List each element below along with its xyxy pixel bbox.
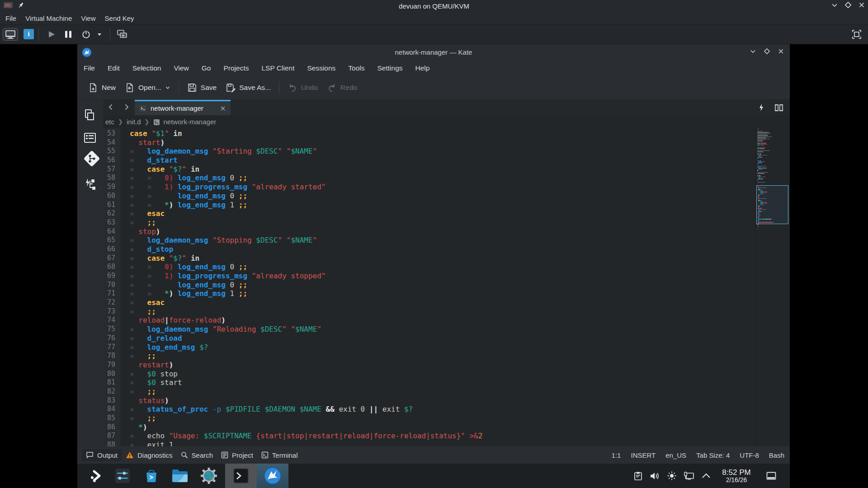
fullscreen-button[interactable] (852, 29, 862, 39)
minimap-scrollbar[interactable] (755, 128, 789, 446)
kate-window: network-manager — Kate FileEditSelection… (77, 44, 790, 464)
kate-menu-edit[interactable]: Edit (101, 64, 126, 72)
statusbar-output-button[interactable]: Output (82, 449, 122, 461)
kate-menu-file[interactable]: File (77, 64, 101, 72)
screenshot-button[interactable] (117, 29, 127, 39)
pause-button[interactable] (64, 30, 72, 39)
kate-menu-go[interactable]: Go (195, 64, 217, 72)
settings-sliders-icon[interactable] (114, 468, 131, 484)
tray-volume-icon[interactable] (650, 471, 660, 481)
vm-toolbar: i (0, 24, 868, 44)
status-dictionary[interactable]: en_US (665, 451, 686, 459)
kate-menu-view[interactable]: View (167, 64, 195, 72)
status-syntax-mode[interactable]: Bash (769, 451, 784, 459)
code-line-63: » ;; (122, 218, 755, 227)
dolphin-icon[interactable] (171, 467, 189, 484)
vm-menu-view[interactable]: View (76, 14, 100, 22)
breadcrumb-init.d[interactable]: init.d (127, 118, 141, 126)
code-line-62: » esac (122, 209, 755, 218)
maximize-button[interactable] (844, 1, 852, 9)
document-save-button[interactable]: Save (183, 79, 221, 96)
kate-menu-help[interactable]: Help (409, 64, 436, 72)
status-tab-size[interactable]: Tab Size: 4 (696, 451, 730, 459)
kate-menu-tools[interactable]: Tools (342, 64, 371, 72)
vm-menu-send-key[interactable]: Send Key (100, 14, 139, 22)
statusbar-project-button[interactable]: Project (217, 449, 257, 461)
statusbar-search-button[interactable]: Search (177, 449, 217, 461)
code-line-86: *) (122, 423, 755, 432)
code-line-84: » status_of_proc -p $PIDFILE $DAEMON $NA… (122, 405, 755, 414)
status-cursor-position[interactable]: 1:1 (612, 451, 621, 459)
sidebar-filesystem-browser-icon[interactable] (84, 131, 96, 144)
taskbar-kate-button[interactable] (257, 464, 288, 488)
status-encoding[interactable]: UTF-8 (740, 451, 759, 459)
close-button[interactable] (858, 1, 865, 9)
tab-network-manager[interactable]: network-manager (135, 100, 231, 115)
back-button[interactable] (107, 103, 115, 111)
code-line-75: » log_daemon_msg "Reloading $DESC" "$NAM… (122, 325, 755, 334)
statusbar-diagnostics-button[interactable]: Diagnostics (122, 449, 177, 461)
tray-network-wired-icon[interactable] (684, 471, 694, 481)
document-save-as-button[interactable]: Save As... (221, 79, 275, 96)
code-line-80: » $0 stop (122, 370, 755, 379)
tab-close-icon[interactable] (220, 105, 226, 112)
edit-undo-button[interactable]: Undo (283, 79, 322, 96)
code-line-85: » ;; (122, 414, 755, 423)
quick-open-icon[interactable] (758, 103, 764, 112)
tray-brightness-icon[interactable] (667, 471, 677, 481)
plasma-taskbar: 8:52 PM2/16/26 (77, 464, 790, 488)
kate-left-sidebar (77, 100, 103, 446)
kde-launcher-icon[interactable] (88, 468, 104, 484)
code-line-73: » ;; (122, 307, 755, 316)
code-line-71: » » *) log_end_msg 1 ;; (122, 289, 755, 298)
kate-close-button[interactable] (778, 48, 784, 55)
tray-expand-tray-caret-icon[interactable] (701, 473, 711, 479)
statusbar-terminal-button[interactable]: Terminal (257, 449, 302, 461)
kate-menu-settings[interactable]: Settings (371, 64, 409, 72)
document-open-button[interactable]: Open... (120, 79, 175, 96)
edit-redo-button[interactable]: Redo (322, 79, 362, 96)
kate-maximize-button[interactable] (764, 48, 770, 55)
minimize-button[interactable] (831, 1, 838, 9)
code-area[interactable]: case "$1" in start)» log_daemon_msg "Sta… (122, 128, 755, 446)
shutdown-menu-arrow[interactable] (96, 31, 103, 38)
clock-time: 8:52 PM (719, 468, 754, 477)
code-line-88: » exit 1 (122, 441, 755, 446)
code-line-70: » » log_end_msg 0 ;; (122, 281, 755, 290)
status-input-mode[interactable]: INSERT (631, 451, 656, 459)
warning-triangle-icon (126, 451, 134, 459)
code-line-58: » » 0) log_end_msg 0 ;; (122, 174, 755, 183)
split-view-icon[interactable] (774, 104, 783, 112)
kate-minimize-button[interactable] (750, 48, 756, 55)
kate-menu-projects[interactable]: Projects (217, 64, 255, 72)
vm-menu-virtual-machine[interactable]: Virtual Machine (21, 14, 76, 22)
discover-icon[interactable] (143, 467, 160, 484)
code-line-59: » » 1) log_progress_msg "already started… (122, 183, 755, 192)
tray-clipboard-icon[interactable] (633, 471, 643, 481)
kate-menu-sessions[interactable]: Sessions (301, 64, 342, 72)
vm-menu-file[interactable]: File (1, 14, 21, 22)
code-line-61: » » *) log_end_msg 1 ;; (122, 201, 755, 210)
kate-menu-selection[interactable]: Selection (126, 64, 168, 72)
code-editor[interactable]: 5354555657585960616263646566676869707172… (103, 128, 790, 446)
show-desktop-button[interactable] (766, 472, 776, 480)
document-save-icon (187, 83, 197, 93)
show-console-button[interactable] (3, 28, 18, 41)
sidebar-git-icon[interactable] (84, 150, 100, 167)
breadcrumb-etc[interactable]: etc (105, 118, 114, 126)
sidebar-documents-icon[interactable] (84, 109, 96, 122)
clock[interactable]: 8:52 PM2/16/26 (719, 468, 754, 483)
taskbar-konsole-button[interactable] (225, 464, 257, 488)
shutdown-button[interactable] (81, 29, 91, 39)
document-new-button[interactable]: New (84, 79, 120, 96)
vm-details-button[interactable]: i (24, 29, 34, 39)
code-line-67: » case "$?" in (122, 254, 755, 263)
system-settings-icon[interactable] (200, 467, 218, 485)
kate-menu-lsp-client[interactable]: LSP Client (255, 64, 301, 72)
sidebar-external-tools-icon[interactable] (84, 178, 97, 191)
script-file-icon (139, 105, 146, 112)
breadcrumb-network-manager[interactable]: network-manager (164, 118, 217, 126)
edit-undo-icon (288, 83, 297, 93)
forward-button[interactable] (123, 103, 131, 111)
run-button[interactable] (47, 30, 56, 39)
